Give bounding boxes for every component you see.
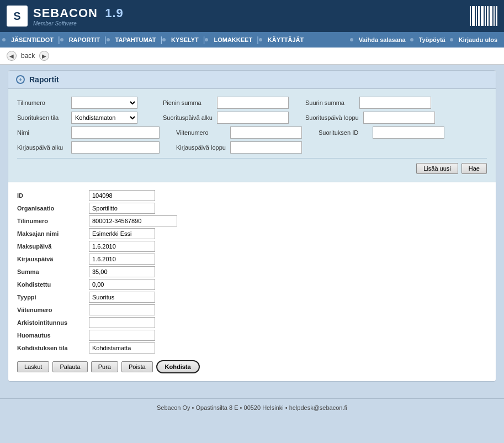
suurin-summa-label: Suurin summa — [305, 99, 355, 106]
barcode-bar — [478, 6, 480, 26]
panel-header: + Raportit — [8, 71, 496, 89]
nav-item-tapahtumat[interactable]: TAPAHTUMAT — [111, 34, 161, 45]
id-value: 104098 — [89, 190, 155, 201]
kohdistettu-value: 0,00 — [89, 279, 155, 290]
suurin-summa-input[interactable] — [359, 97, 431, 109]
action-buttons: Laskut Palauta Pura Poista Kohdista — [17, 360, 487, 373]
maksajan-nimi-value: Esimerkki Essi — [89, 228, 155, 239]
kirjauspaiva-alku-input[interactable] — [71, 141, 160, 154]
detail-tilinumero-value: 800012-34567890 — [89, 215, 177, 226]
huomautus-label: Huomautus — [17, 332, 89, 339]
tyyppi-value: Suoritus — [89, 292, 155, 303]
arkistointitunnus-label: Arkistointitunnus — [17, 319, 89, 326]
detail-row-kirjauspaiva: Kirjauspäivä 1.6.2010 — [17, 254, 487, 265]
detail-row-id: ID 104098 — [17, 190, 487, 201]
barcode-bar — [481, 6, 484, 26]
nav-item-kayttajat[interactable]: KÄYTTÄJÄT — [263, 34, 308, 45]
barcode-bar — [490, 6, 492, 26]
barcode-bar — [485, 6, 486, 26]
kirjauspaiva-loppu-label: Kirjauspäivä loppu — [176, 144, 226, 151]
barcode-bar — [487, 6, 489, 26]
logo-subtitle: Member Software — [33, 20, 124, 27]
logo-version: 1.9 — [105, 6, 124, 20]
huomautus-value — [89, 330, 155, 341]
nav-item-tyopoyta[interactable]: Työpöytä — [415, 34, 450, 45]
detail-tilinumero-label: Tilinumero — [17, 218, 89, 224]
arkistointitunnus-value — [89, 317, 155, 328]
organisaatio-label: Organisaatio — [17, 205, 89, 212]
tilinumero-select[interactable] — [71, 97, 137, 109]
pura-button[interactable]: Pura — [91, 361, 118, 372]
main-content: + Raportit Tilinumero Pienin summa Suuri… — [0, 65, 504, 393]
lisaa-uusi-button[interactable]: Lisää uusi — [416, 163, 458, 174]
suorituksen-id-label: Suorituksen ID — [319, 129, 368, 136]
palauta-button[interactable]: Palauta — [52, 361, 87, 372]
back-link[interactable]: back — [21, 52, 35, 60]
hae-button[interactable]: Hae — [461, 163, 487, 174]
suorituspaiva-alku-label: Suorituspäivä alku — [163, 114, 213, 121]
nav-dot — [350, 38, 353, 41]
footer: Sebacon Oy • Opastinsilta 8 E • 00520 He… — [0, 398, 504, 416]
maksupaiva-label: Maksupäivä — [17, 243, 89, 250]
nimi-input[interactable] — [71, 126, 160, 139]
back-arrow-button[interactable]: ◀ — [7, 51, 17, 61]
form-row-2: Suorituksen tila Kohdistamaton Kohdistet… — [17, 112, 487, 124]
detail-row-tyyppi: Tyyppi Suoritus — [17, 292, 487, 303]
kirjauspaiva-loppu-input[interactable] — [230, 141, 302, 154]
suorituksen-tila-select[interactable]: Kohdistamaton Kohdistettu Kaikki — [71, 112, 137, 124]
header: S SEBACON 1.9 Member Software — [0, 0, 504, 32]
nav-dot — [60, 38, 63, 41]
barcode-area — [470, 6, 497, 26]
poista-button[interactable]: Poista — [121, 361, 153, 372]
barcode-bar — [476, 6, 477, 26]
summa-value: 35,00 — [89, 266, 155, 277]
detail-row-arkistointitunnus: Arkistointitunnus — [17, 317, 487, 328]
nav-item-raportit[interactable]: RAPORTIT — [65, 34, 104, 45]
kirjauspaiva-alku-label: Kirjauspäivä alku — [17, 144, 67, 151]
detail-row-tilinumero: Tilinumero 800012-34567890 — [17, 215, 487, 226]
detail-row-summa: Summa 35,00 — [17, 266, 487, 277]
detail-viitenumero-label: Viitenumero — [17, 307, 89, 313]
nav-separator: | — [104, 35, 107, 44]
viitenumero-label: Viitenumero — [176, 129, 226, 136]
logo-area: SEBACON 1.9 Member Software — [33, 6, 124, 27]
nav-dot — [2, 38, 6, 41]
nav-bar: JÄSENTIEDOT | RAPORTIT | TAPAHTUMAT | KY… — [0, 32, 504, 48]
detail-row-kohdistettu: Kohdistettu 0,00 — [17, 279, 487, 290]
raportit-panel: + Raportit Tilinumero Pienin summa Suuri… — [8, 70, 496, 382]
kohdista-button[interactable]: Kohdista — [156, 360, 200, 373]
nav-dot — [259, 38, 262, 41]
detail-row-maksupaiva: Maksupäivä 1.6.2010 — [17, 241, 487, 252]
nav-item-kyselyt[interactable]: KYSELYT — [167, 34, 203, 45]
search-button-row: Lisää uusi Hae — [17, 158, 487, 174]
forward-arrow-button[interactable]: ▶ — [39, 51, 49, 61]
nav-item-lomakkeet[interactable]: LOMAKKEET — [209, 34, 257, 45]
logo-sebacon: SEBACON — [33, 6, 98, 20]
nav-dot — [450, 38, 453, 41]
kohdistettu-label: Kohdistettu — [17, 281, 89, 288]
barcode-bar — [496, 6, 497, 26]
pienin-summa-input[interactable] — [217, 97, 289, 109]
detail-row-viitenumero: Viitenumero — [17, 304, 487, 315]
detail-row-maksajan-nimi: Maksajan nimi Esimerkki Essi — [17, 228, 487, 239]
suorituksen-tila-label: Suorituksen tila — [17, 114, 67, 121]
nimi-label: Nimi — [17, 129, 67, 136]
barcode-bar — [472, 6, 475, 26]
nav-dot — [410, 38, 413, 41]
viitenumero-input[interactable] — [230, 126, 302, 139]
nav-item-jasentieto[interactable]: JÄSENTIEDOT — [7, 34, 58, 45]
detail-viitenumero-value — [89, 304, 155, 315]
laskut-button[interactable]: Laskut — [17, 361, 49, 372]
kohdistuksen-tila-value: Kohdistamatta — [89, 342, 155, 354]
nav-item-vaihda-salasana[interactable]: Vaihda salasana — [354, 34, 410, 45]
search-form: Tilinumero Pienin summa Suurin summa Suo… — [8, 89, 496, 182]
panel-title: Raportit — [29, 75, 59, 84]
footer-text: Sebacon Oy • Opastinsilta 8 E • 00520 He… — [157, 404, 347, 411]
summa-label: Summa — [17, 268, 89, 275]
suorituspaiva-loppu-input[interactable] — [363, 112, 435, 124]
suorituspaiva-alku-input[interactable] — [217, 112, 289, 124]
suorituksen-id-input[interactable] — [373, 126, 444, 139]
nav-item-kirjaudu-ulos[interactable]: Kirjaudu ulos — [454, 34, 502, 45]
back-bar: ◀ back ▶ — [0, 48, 504, 65]
detail-section: ID 104098 Organisaatio Sportilitto Tilin… — [8, 182, 496, 381]
